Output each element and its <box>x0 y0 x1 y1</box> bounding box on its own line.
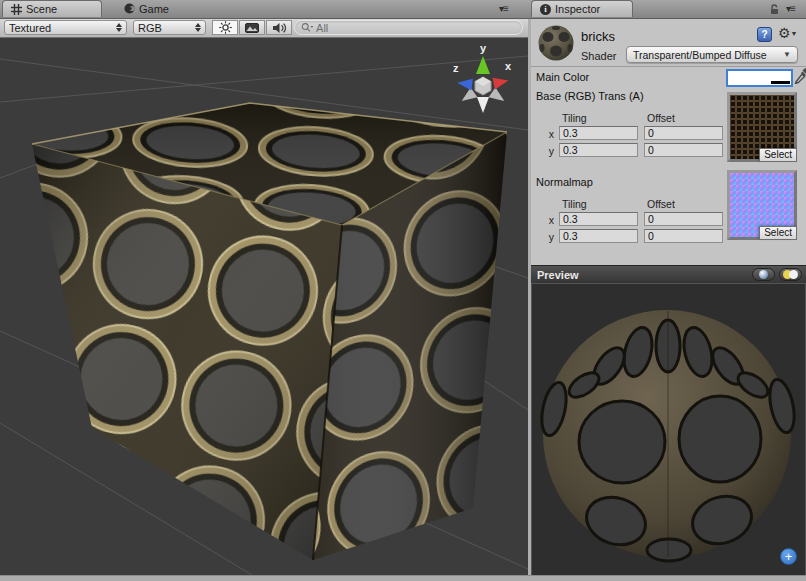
scene-overlay-toggle[interactable] <box>239 20 265 35</box>
base-offset-y-field[interactable] <box>644 143 723 157</box>
speaker-icon <box>272 22 286 34</box>
scene-viewport[interactable]: y x z <box>0 38 528 575</box>
render-mode-value: RGB <box>138 22 191 34</box>
normalmap-thumbnail[interactable]: Select <box>727 170 797 240</box>
scene-toolbar: Textured RGB <box>0 18 528 38</box>
axis-x-label: x <box>505 60 512 72</box>
shader-label: Shader <box>581 50 616 62</box>
tab-inspector-label: Inspector <box>555 3 600 15</box>
normalmap-x-row-label: x <box>544 214 554 226</box>
draw-mode-dropdown[interactable]: Textured <box>4 20 127 35</box>
tab-game-label: Game <box>139 3 169 15</box>
normalmap-offset-x-field[interactable] <box>644 212 723 226</box>
grid-icon <box>11 4 22 15</box>
preview-sphere <box>532 284 805 574</box>
tab-scene-label: Scene <box>26 3 57 15</box>
sun-icon <box>219 21 232 34</box>
tab-scene[interactable]: Scene <box>2 0 102 17</box>
axis-z-label: z <box>453 62 459 74</box>
chevron-down-icon: ▼ <box>783 50 791 59</box>
tab-strip: Scene Game ▾≡ i Inspector ▾≡ <box>0 0 806 19</box>
shader-dropdown[interactable]: Transparent/Bumped Diffuse ▼ <box>626 46 798 63</box>
header-divider <box>531 66 806 67</box>
main-color-label: Main Color <box>536 71 589 83</box>
main-color-swatch[interactable] <box>726 69 793 87</box>
tab-game[interactable]: Game <box>116 0 177 17</box>
light-toggle-icon <box>783 270 798 279</box>
axis-gizmo[interactable]: y x z <box>450 40 516 120</box>
popup-arrows-icon <box>116 23 122 32</box>
base-select-button[interactable]: Select <box>759 148 797 162</box>
normalmap-select-button[interactable]: Select <box>759 226 797 240</box>
scene-cube <box>32 103 507 560</box>
base-offset-header: Offset <box>647 112 675 124</box>
base-texture-thumbnail[interactable]: Select <box>727 92 797 162</box>
popup-arrows-icon <box>195 23 201 32</box>
preview-title: Preview <box>537 269 579 281</box>
panel-divider[interactable] <box>528 18 531 575</box>
preview-header[interactable]: Preview <box>531 265 806 283</box>
normalmap-label: Normalmap <box>536 176 593 188</box>
base-x-row-label: x <box>544 128 554 140</box>
add-icon[interactable]: + <box>780 548 797 565</box>
base-y-row-label: y <box>544 145 554 157</box>
axis-y-cone <box>476 56 490 74</box>
game-icon <box>124 3 135 14</box>
axis-y-label: y <box>480 42 487 54</box>
search-input[interactable] <box>316 22 516 34</box>
preview-shape-button[interactable] <box>752 268 775 281</box>
base-texture-label: Base (RGB) Trans (A) <box>536 90 644 102</box>
normalmap-offset-y-field[interactable] <box>644 229 723 243</box>
help-icon[interactable]: ? <box>757 27 772 42</box>
search-icon <box>301 22 313 33</box>
base-offset-x-field[interactable] <box>644 126 723 140</box>
info-icon: i <box>540 4 551 15</box>
alpha-bar <box>771 81 790 84</box>
material-name: bricks <box>581 29 615 44</box>
render-mode-dropdown[interactable]: RGB <box>133 20 206 35</box>
scene-lighting-toggle[interactable] <box>212 20 238 35</box>
scene-search-field[interactable] <box>294 20 523 35</box>
base-tiling-y-field[interactable] <box>559 143 638 157</box>
material-preview-icon <box>537 24 575 62</box>
scene-audio-toggle[interactable] <box>266 20 292 35</box>
preview-area[interactable]: + <box>531 283 806 575</box>
normalmap-tiling-x-field[interactable] <box>559 212 638 226</box>
normalmap-offset-header: Offset <box>647 198 675 210</box>
window-bottom-strip <box>0 575 806 581</box>
normalmap-y-row-label: y <box>544 231 554 243</box>
scene-3d-view <box>0 38 528 575</box>
tab-inspector[interactable]: i Inspector <box>531 0 633 17</box>
preview-light-button[interactable] <box>779 268 802 281</box>
base-tiling-header: Tiling <box>562 112 587 124</box>
shader-value: Transparent/Bumped Diffuse <box>633 49 767 61</box>
base-tiling-x-field[interactable] <box>559 126 638 140</box>
sphere-icon <box>759 270 768 279</box>
scene-panel-menu-icon[interactable]: ▾≡ <box>499 2 508 15</box>
lock-icon[interactable] <box>769 4 780 15</box>
axis-z-cone <box>456 77 472 91</box>
normalmap-tiling-header: Tiling <box>562 198 587 210</box>
axis-x-cone <box>493 75 510 90</box>
inspector-panel-menu-icon[interactable]: ▾≡ <box>786 2 795 15</box>
inspector-panel: bricks Shader Transparent/Bumped Diffuse… <box>531 18 806 575</box>
draw-mode-value: Textured <box>9 22 112 34</box>
normalmap-tiling-y-field[interactable] <box>559 229 638 243</box>
image-icon <box>245 23 259 33</box>
eyedropper-icon[interactable] <box>794 67 806 84</box>
gear-icon[interactable]: ⚙▼ <box>778 25 798 41</box>
